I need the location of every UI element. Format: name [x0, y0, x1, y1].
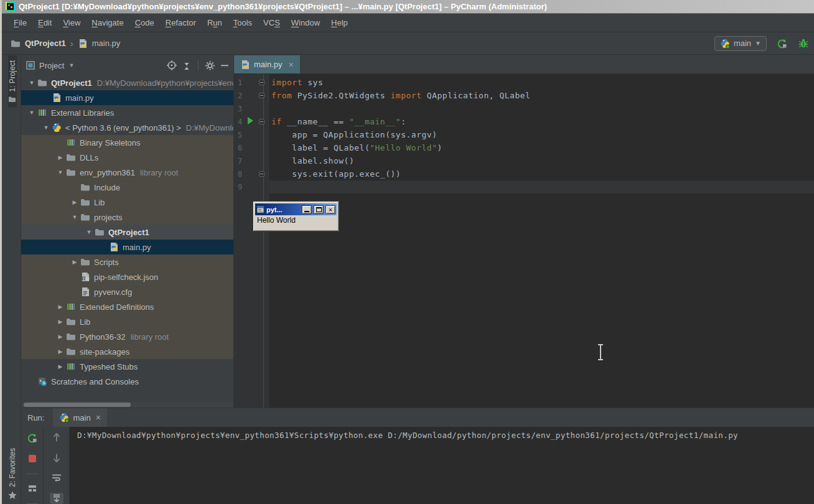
tree-row-scratches-and-consoles[interactable]: Scratches and Consoles: [21, 374, 233, 389]
menu-item-code[interactable]: Code: [129, 18, 160, 27]
close-tab-icon[interactable]: ×: [289, 60, 294, 70]
tree-expanded-icon[interactable]: ▼: [26, 110, 37, 116]
tool-window-title[interactable]: Project: [39, 61, 64, 70]
settings-gear-button[interactable]: [205, 60, 215, 71]
menu-item-run[interactable]: Run: [202, 18, 228, 27]
run-console-output[interactable]: D:¥MyDownload¥python¥projects¥env_python…: [70, 427, 814, 504]
library-icon: [66, 138, 76, 147]
tree-collapsed-icon[interactable]: ▶: [55, 334, 66, 340]
tree-row-typeshed-stubs[interactable]: ▶Typeshed Stubs: [21, 359, 233, 374]
hide-tool-window-button[interactable]: [220, 60, 230, 70]
run-configuration-select[interactable]: main ▼: [714, 36, 767, 51]
tree-row-binary-skeletons[interactable]: Binary Skeletons: [21, 135, 233, 150]
code-editor[interactable]: 1import sys2from PySide2.QtWidgets impor…: [234, 74, 814, 408]
tree-collapsed-icon[interactable]: ▶: [69, 199, 80, 205]
locate-file-button[interactable]: [166, 60, 177, 71]
tree-item-label: Include: [94, 183, 120, 192]
tree-item-label: < Python 3.6 (env_python361) >: [65, 123, 181, 133]
stripe-tab-project[interactable]: 1: Project: [8, 55, 17, 107]
tree-row-pip-selfcheck-json[interactable]: {0}pip-selfcheck.json: [21, 269, 233, 284]
tree-row-python-3-6-env-python361[interactable]: ▼< Python 3.6 (env_python361) >D:¥MyDown…: [21, 120, 233, 135]
horizontal-scrollbar[interactable]: [21, 402, 233, 408]
menu-item-file[interactable]: File: [8, 18, 32, 27]
tree-expanded-icon[interactable]: ▼: [55, 169, 66, 175]
fold-marker-icon[interactable]: [256, 171, 266, 177]
qt-maximize-button[interactable]: [314, 205, 324, 214]
menu-item-tools[interactable]: Tools: [228, 18, 258, 27]
debug-button[interactable]: [798, 38, 809, 49]
menu-item-vcs[interactable]: VCS: [258, 18, 286, 27]
star-icon: [7, 490, 17, 500]
menu-item-refactor[interactable]: Refactor: [160, 18, 202, 27]
up-stack-trace-button[interactable]: [50, 432, 63, 444]
tree-row-extended-definitions[interactable]: ▶Extended Definitions: [21, 299, 233, 314]
tree-collapsed-icon[interactable]: ▶: [55, 319, 66, 325]
scrollbar-thumb[interactable]: [24, 403, 131, 407]
tree-row-qtproject1[interactable]: ▼QtProject1: [21, 225, 233, 240]
tree-item-label: env_python361: [80, 168, 135, 177]
tree-collapsed-icon[interactable]: ▶: [55, 154, 66, 161]
fold-marker-icon[interactable]: [256, 119, 266, 124]
restore-layout-button[interactable]: [26, 483, 39, 495]
stop-button[interactable]: [26, 452, 39, 464]
tree-expanded-icon[interactable]: ▼: [40, 124, 52, 131]
menu-item-view[interactable]: View: [57, 18, 86, 27]
qt-close-button[interactable]: ✕: [325, 205, 335, 214]
tree-row-include[interactable]: Include: [21, 180, 233, 195]
close-tab-icon[interactable]: ×: [96, 413, 101, 422]
folder-icon: [66, 167, 76, 177]
tree-item-label: QtProject1: [51, 78, 92, 88]
tree-expanded-icon[interactable]: ▼: [69, 214, 80, 220]
title-bar[interactable]: QtProject1 [D:¥MyDownload¥python¥project…: [2, 0, 814, 14]
chevron-down-icon[interactable]: ▼: [68, 62, 74, 68]
menu-item-help[interactable]: Help: [325, 18, 353, 27]
tree-row-site-packages[interactable]: ▶site-packages: [21, 344, 233, 359]
svg-text:{0}: {0}: [83, 276, 90, 281]
tree-expanded-icon[interactable]: ▼: [26, 80, 37, 86]
tree-row-main-py[interactable]: main.py: [21, 90, 233, 105]
tree-collapsed-icon[interactable]: ▶: [55, 363, 66, 370]
tree-row-pyvenv-cfg[interactable]: pyvenv.cfg: [21, 284, 233, 299]
tree-row-scripts[interactable]: ▶Scripts: [21, 254, 233, 269]
tree-row-python36-32[interactable]: ▶Python36-32library root: [21, 329, 233, 344]
rerun-button[interactable]: [777, 38, 788, 49]
tree-row-main-py[interactable]: main.py: [21, 240, 233, 254]
breadcrumb-project[interactable]: QtProject1: [25, 39, 66, 48]
folder-icon: [66, 317, 76, 327]
tree-collapsed-icon[interactable]: ▶: [55, 304, 66, 310]
line-number: 4: [234, 118, 244, 126]
tree-row-lib[interactable]: ▶Lib: [21, 314, 233, 329]
menu-item-edit[interactable]: Edit: [32, 18, 57, 27]
fold-marker-icon[interactable]: [256, 93, 266, 98]
run-gutter-icon[interactable]: [244, 117, 256, 126]
tree-collapsed-icon[interactable]: ▶: [55, 348, 66, 355]
tree-item-label: Typeshed Stubs: [80, 362, 138, 371]
tree-expanded-icon[interactable]: ▼: [83, 229, 95, 235]
qt-window-title-bar[interactable]: pyt... ✕: [255, 203, 337, 215]
project-tool-window-header: Project ▼: [21, 55, 233, 75]
scroll-to-end-button[interactable]: [50, 493, 63, 504]
text-cursor: [597, 344, 604, 360]
tree-row-qtproject1[interactable]: ▼QtProject1D:¥MyDownload¥python¥projects…: [21, 75, 233, 90]
code-text: app = QApplication(sys.argv): [266, 130, 437, 139]
tree-row-env-python361[interactable]: ▼env_python361library root: [21, 165, 233, 180]
qt-hello-world-window[interactable]: pyt... ✕ Hello World: [253, 201, 339, 231]
tree-row-dlls[interactable]: ▶DLLs: [21, 150, 233, 165]
stripe-tab-favorites[interactable]: 2: Favorites: [7, 443, 17, 504]
tree-collapsed-icon[interactable]: ▶: [69, 259, 80, 265]
tree-row-external-libraries[interactable]: ▼External Libraries: [21, 105, 233, 120]
tree-row-projects[interactable]: ▼projects: [21, 210, 233, 225]
fold-marker-icon[interactable]: [256, 80, 266, 85]
tree-item-path: library root: [140, 168, 178, 177]
breadcrumb-file[interactable]: main.py: [92, 39, 121, 48]
tree-row-lib[interactable]: ▶Lib: [21, 195, 233, 210]
collapse-all-button[interactable]: [182, 60, 192, 70]
soft-wrap-button[interactable]: [50, 472, 63, 484]
run-tab-main[interactable]: main ×: [53, 408, 106, 427]
editor-tab-main-py[interactable]: main.py ×: [234, 55, 300, 73]
menu-item-navigate[interactable]: Navigate: [86, 18, 129, 27]
rerun-button[interactable]: [26, 432, 39, 444]
menu-item-window[interactable]: Window: [286, 18, 325, 27]
down-stack-trace-button[interactable]: [50, 452, 63, 464]
qt-minimize-button[interactable]: [302, 205, 312, 214]
